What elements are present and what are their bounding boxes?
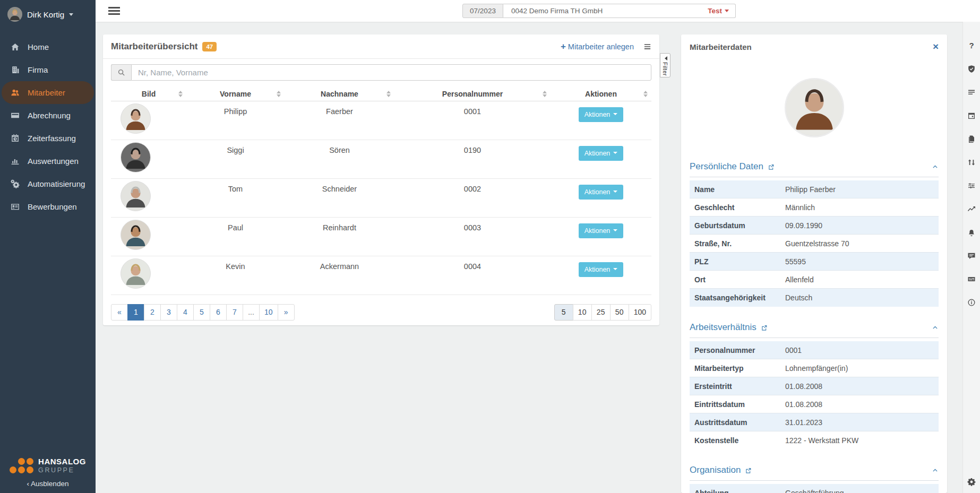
collapse-section-icon[interactable] xyxy=(932,467,939,474)
chat-icon[interactable] xyxy=(967,251,976,260)
column-header-aktionen[interactable]: Aktionen xyxy=(551,87,651,101)
close-icon[interactable]: × xyxy=(933,42,939,50)
edit-section-icon[interactable] xyxy=(761,324,768,331)
detail-row-value: 0001 xyxy=(785,346,802,354)
chevron-down-icon xyxy=(613,229,617,233)
page-size-button-5[interactable]: 5 xyxy=(554,304,573,321)
page-button-next[interactable]: » xyxy=(278,304,295,321)
sidebar-item-bewerbungen[interactable]: Bewerbungen xyxy=(2,195,94,218)
sidebar-item-zeiterfassung[interactable]: Zeiterfassung xyxy=(2,127,94,150)
table-row[interactable]: PaulReinhardt0003Aktionen xyxy=(111,217,651,256)
sidebar-collapse-button[interactable]: ‹ Ausblenden xyxy=(0,480,96,488)
detail-row-label: Name xyxy=(690,185,785,194)
collapse-left-icon xyxy=(663,56,667,60)
help-icon[interactable]: ? xyxy=(967,41,976,50)
user-menu[interactable]: Dirk Kortig xyxy=(0,0,96,27)
detail-row-value: Männlich xyxy=(785,203,815,212)
detail-row-value: 1222 - Werkstatt PKW xyxy=(785,436,858,445)
page-button-3[interactable]: 3 xyxy=(160,304,177,321)
page-button-1[interactable]: 1 xyxy=(127,304,144,321)
column-header-nachname[interactable]: Nachname xyxy=(285,87,394,101)
page-size-button-25[interactable]: 25 xyxy=(591,304,611,321)
column-header-personalnummer[interactable]: Personalnummer xyxy=(394,87,551,101)
edit-section-icon[interactable] xyxy=(745,467,752,474)
sort-icon[interactable] xyxy=(178,89,183,99)
collapse-section-icon[interactable] xyxy=(932,324,939,331)
table-row[interactable]: PhilippFaerber0001Aktionen xyxy=(111,101,651,140)
calendar-icon[interactable] xyxy=(967,111,976,120)
sidebar-item-mitarbeiter[interactable]: Mitarbeiter xyxy=(2,81,94,104)
create-employee-button[interactable]: + Mitarbeiter anlegen xyxy=(561,42,634,51)
row-actions-button[interactable]: Aktionen xyxy=(579,146,624,161)
sort-icon[interactable] xyxy=(543,89,547,99)
sidebar-item-home[interactable]: Home xyxy=(2,36,94,58)
pagination-bar: «1234567...10» 5102550100 xyxy=(111,304,651,327)
page-button-5[interactable]: 5 xyxy=(193,304,210,321)
table-row[interactable]: SiggiSören0190Aktionen xyxy=(111,140,651,178)
hamburger-menu-icon[interactable] xyxy=(108,7,120,16)
page-button-prev[interactable]: « xyxy=(111,304,128,321)
edit-section-icon[interactable] xyxy=(768,163,775,170)
bell-icon[interactable] xyxy=(967,228,976,237)
cell-nachname: Sören xyxy=(285,140,394,178)
gear-icon[interactable] xyxy=(967,477,976,486)
filter-panel-toggle[interactable]: Filter xyxy=(660,53,670,77)
column-header-bild[interactable]: Bild xyxy=(111,87,186,101)
employee-count-badge: 47 xyxy=(202,42,217,51)
period-field[interactable]: 07/2023 xyxy=(462,4,503,18)
detail-row: Ersteintritt01.08.2008 xyxy=(690,377,939,395)
page-size-button-10[interactable]: 10 xyxy=(573,304,592,321)
gears-icon xyxy=(10,179,20,188)
detail-row-label: Ort xyxy=(690,275,785,284)
sidebar-item-abrechnung[interactable]: Abrechnung xyxy=(2,104,94,127)
list-icon[interactable] xyxy=(967,88,976,97)
employee-table: BildVornameNachnamePersonalnummerAktione… xyxy=(111,87,651,295)
sidebar-item-firma[interactable]: Firma xyxy=(2,58,94,81)
column-header-vorname[interactable]: Vorname xyxy=(186,87,285,101)
sort-vertical-icon[interactable] xyxy=(967,158,976,167)
detail-row-label: PLZ xyxy=(690,257,785,266)
page-size-button-100[interactable]: 100 xyxy=(629,304,651,321)
employee-photo xyxy=(121,220,151,250)
detail-row: Austrittsdatum31.01.2023 xyxy=(690,413,939,431)
cell-personalnummer: 0002 xyxy=(394,178,551,217)
sort-icon[interactable] xyxy=(643,89,648,99)
cell-bild xyxy=(111,178,186,217)
sidebar-item-auswertungen[interactable]: Auswertungen xyxy=(2,150,94,172)
sliders-icon[interactable] xyxy=(967,181,976,190)
info-icon[interactable] xyxy=(967,298,976,307)
sidebar-menu: HomeFirmaMitarbeiterAbrechnungZeiterfass… xyxy=(0,36,96,218)
row-actions-button[interactable]: Aktionen xyxy=(579,107,624,122)
sort-icon[interactable] xyxy=(277,89,281,99)
page-button-4[interactable]: 4 xyxy=(177,304,194,321)
cell-bild xyxy=(111,256,186,295)
sidebar-item-automatisierung[interactable]: Automatisierung xyxy=(2,172,94,195)
page-button-6[interactable]: 6 xyxy=(210,304,227,321)
users-icon xyxy=(10,88,20,97)
sort-icon[interactable] xyxy=(386,89,391,99)
employee-photo xyxy=(121,181,151,211)
detail-section-arbeitsverhältnis: ArbeitsverhältnisPersonalnummer0001Mitar… xyxy=(690,322,939,449)
card-menu-icon[interactable] xyxy=(643,42,651,50)
company-selector[interactable]: 0042 Demo Firma TH GmbH Test xyxy=(503,4,736,18)
table-row[interactable]: TomSchneider0002Aktionen xyxy=(111,178,651,217)
hansalog-logo: HANSALOG GRUPPE xyxy=(0,457,96,474)
table-row[interactable]: KevinAckermann0004Aktionen xyxy=(111,256,651,295)
documents-icon[interactable] xyxy=(967,134,976,143)
detail-row-value: Deutsch xyxy=(785,293,812,302)
row-actions-button[interactable]: Aktionen xyxy=(579,185,624,200)
page-button-7[interactable]: 7 xyxy=(226,304,243,321)
row-actions-button[interactable]: Aktionen xyxy=(579,223,624,238)
page-button-10[interactable]: 10 xyxy=(259,304,278,321)
environment-dropdown[interactable]: Test xyxy=(708,7,729,15)
page-button-2[interactable]: 2 xyxy=(144,304,161,321)
cell-aktionen: Aktionen xyxy=(551,256,651,295)
shield-check-icon[interactable] xyxy=(967,64,976,73)
trend-icon[interactable] xyxy=(967,204,976,213)
search-input[interactable] xyxy=(131,64,651,81)
row-actions-button[interactable]: Aktionen xyxy=(579,262,624,277)
subtitles-icon[interactable] xyxy=(967,274,976,283)
collapse-section-icon[interactable] xyxy=(932,163,939,170)
environment-label: Test xyxy=(708,7,722,15)
page-size-button-50[interactable]: 50 xyxy=(610,304,629,321)
